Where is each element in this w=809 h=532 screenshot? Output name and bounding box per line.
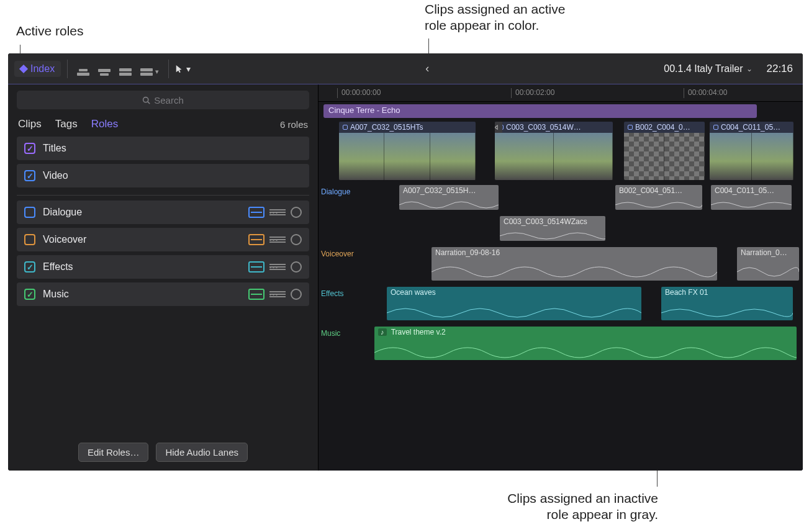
audio-clip[interactable]: C003_C003_0514WZacs (500, 216, 605, 241)
audio-clip[interactable]: Ocean waves (387, 287, 641, 320)
sidebar-footer: Edit Roles… Hide Audio Lanes (8, 435, 318, 471)
show-lane-icon[interactable] (248, 261, 264, 273)
role-row-effects[interactable]: Effects (17, 255, 309, 279)
role-label: Voiceover (43, 234, 241, 245)
append-clip-icon[interactable] (116, 61, 135, 77)
ruler-tick: 00:00:04:00 (684, 88, 727, 98)
video-clip[interactable]: B002_C004_0… (624, 122, 705, 180)
show-lane-icon[interactable] (248, 234, 264, 245)
role-row-dialogue[interactable]: Dialogue (17, 201, 309, 224)
checkbox-voiceover[interactable] (24, 234, 35, 245)
edit-roles-button[interactable]: Edit Roles… (78, 443, 148, 462)
clip-label: A007_C032_0515HTs (350, 123, 423, 132)
video-clip[interactable]: C004_C011_05… (710, 122, 793, 180)
audio-clip[interactable]: A007_C032_0515H… (399, 185, 499, 210)
search-field[interactable]: Search (17, 91, 309, 109)
transition-icon[interactable]: ⋈ (495, 122, 502, 133)
lane-effects: Effects Ocean waves Beach FX 01 (319, 287, 803, 324)
role-badge-icon (713, 125, 718, 130)
focus-icon[interactable] (291, 261, 302, 273)
timeline-back-button[interactable]: ‹ (419, 62, 435, 75)
role-badge-icon (343, 125, 348, 130)
clip-label: Travel theme v.2 (391, 328, 446, 336)
svg-point-0 (143, 97, 148, 102)
search-placeholder: Search (154, 95, 184, 106)
project-name: 00.1.4 Italy Trailer (664, 63, 743, 74)
role-row-music[interactable]: Music (17, 282, 309, 306)
toolbar: Index ▾ ‹ 00.1.4 Italy Trailer ⌄ 22:16 (8, 53, 803, 84)
app-window: Index ▾ ‹ 00.1.4 Italy Trailer ⌄ 22:16 (8, 53, 803, 471)
toolbar-divider (168, 60, 169, 78)
role-row-video[interactable]: Video (17, 164, 309, 187)
checkbox-titles[interactable] (24, 143, 35, 154)
video-clip[interactable]: A007_C032_0515HTs (339, 122, 476, 180)
lane-dialogue-sub: C003_C003_0514WZacs (319, 216, 803, 245)
checkbox-effects[interactable] (24, 261, 35, 273)
index-button[interactable]: Index (14, 61, 61, 77)
music-chip-icon (378, 328, 387, 336)
focus-icon[interactable] (291, 207, 302, 218)
project-popup[interactable]: 00.1.4 Italy Trailer ⌄ (664, 63, 753, 74)
role-label: Video (43, 170, 302, 181)
connect-clip-icon[interactable] (74, 61, 93, 77)
checkbox-video[interactable] (24, 170, 35, 181)
role-group-audio: Dialogue Voiceover (8, 201, 318, 310)
role-label: Titles (43, 143, 302, 154)
role-row-titles[interactable]: Titles (17, 137, 309, 160)
index-diamond-icon (19, 64, 28, 73)
toolbar-divider (67, 60, 68, 78)
focus-icon[interactable] (291, 234, 302, 245)
role-badge-icon (628, 125, 633, 130)
clip-label: C003_C003_0514W… (506, 123, 581, 132)
checkbox-dialogue[interactable] (24, 207, 35, 218)
focus-icon[interactable] (291, 289, 302, 300)
search-icon (142, 96, 150, 104)
checkbox-music[interactable] (24, 289, 35, 300)
timeline[interactable]: 00:00:00:00 00:00:02:00 00:00:04:00 Cinq… (319, 84, 803, 471)
show-lane-icon[interactable] (248, 289, 264, 300)
index-sidebar: Search Clips Tags Roles 6 roles Titles V… (8, 84, 319, 471)
clip-label: B002_C004_0… (635, 123, 690, 132)
annotation-active-color: Clips assigned an active role appear in … (425, 1, 586, 34)
title-clip[interactable]: Cinque Terre - Echo (323, 104, 757, 118)
show-lane-icon[interactable] (248, 207, 264, 218)
hide-audio-lanes-button[interactable]: Hide Audio Lanes (156, 443, 248, 462)
clip-label: Narration_0… (741, 248, 787, 257)
lane-voiceover: Voiceover Narration_09-08-16 Narration_0… (319, 247, 803, 284)
clip-label: C003_C003_0514WZacs (504, 217, 587, 226)
role-label: Dialogue (43, 207, 241, 218)
role-row-voiceover[interactable]: Voiceover (17, 228, 309, 251)
clip-label: A007_C032_0515H… (403, 186, 476, 195)
video-clip[interactable]: ⋈ C003_C003_0514W… (495, 122, 613, 180)
timeline-ruler[interactable]: 00:00:00:00 00:00:02:00 00:00:04:00 (319, 84, 803, 102)
lane-label: Dialogue (321, 187, 350, 196)
tab-clips[interactable]: Clips (18, 118, 42, 130)
audio-clip[interactable]: Travel theme v.2 (374, 327, 797, 360)
role-group-video: Titles Video (8, 137, 318, 191)
insert-clip-icon[interactable] (95, 61, 114, 77)
clip-label: Narration_09-08-16 (435, 248, 500, 257)
annotation-inactive-gray: Clips assigned an inactive role appear i… (490, 490, 658, 523)
audio-clip[interactable]: Beach FX 01 (661, 287, 793, 320)
show-subroles-icon[interactable] (269, 237, 286, 243)
ruler-tick: 00:00:02:00 (511, 88, 554, 98)
index-label: Index (30, 63, 55, 74)
lane-music: Music Travel theme v.2 (319, 327, 803, 364)
audio-clip[interactable]: C004_C011_05… (711, 185, 792, 210)
role-count: 6 roles (280, 119, 308, 130)
annotation-active-roles: Active roles (16, 23, 84, 39)
show-subroles-icon[interactable] (269, 209, 286, 215)
audio-clip[interactable]: Narration_09-08-16 (432, 247, 717, 281)
lane-label: Music (321, 329, 340, 338)
lane-video: A007_C032_0515HTs ⋈ C003_C003_0514W… B00… (319, 122, 803, 183)
lane-label: Effects (321, 289, 343, 298)
role-divider (17, 195, 309, 196)
audio-clip[interactable]: Narration_0… (737, 247, 799, 281)
tab-tags[interactable]: Tags (55, 118, 78, 130)
select-tool[interactable]: ▾ (175, 64, 191, 74)
audio-clip[interactable]: B002_C004_051… (615, 185, 702, 210)
tab-roles[interactable]: Roles (91, 118, 118, 130)
show-subroles-icon[interactable] (269, 264, 286, 270)
overwrite-clip-icon[interactable] (137, 61, 162, 77)
show-subroles-icon[interactable] (269, 291, 286, 297)
